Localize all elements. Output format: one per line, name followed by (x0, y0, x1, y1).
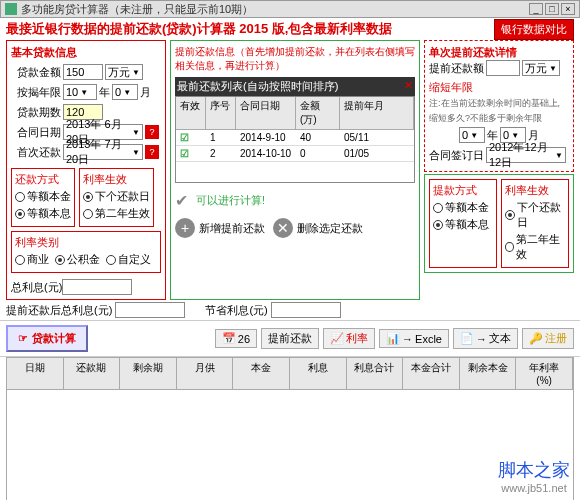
col-ym: 提前年月 (340, 97, 414, 129)
period-num-button[interactable]: 📅26 (215, 329, 257, 348)
watermark-title: 脚本之家 (498, 458, 570, 482)
excel-icon: 📊 (386, 332, 400, 345)
prepay-table: 有效 序号 合同日期 金额(万) 提前年月 ☑ 1 2014-9-10 40 0… (175, 96, 415, 183)
prepay-table-title: 最前还款列表(自动按照时间排序)✕ (175, 77, 415, 96)
commercial-radio[interactable] (15, 255, 25, 265)
prepay-amt-label: 提前还款额 (429, 61, 484, 76)
total-interest-output (62, 279, 132, 295)
after-interest-output (115, 302, 185, 318)
calc-ok-text: 可以进行计算! (196, 193, 265, 208)
table-row[interactable]: ☑ 2 2014-10-10 0 01/05 (176, 146, 414, 162)
prepay-button[interactable]: 提前还款 (261, 328, 319, 349)
result-grid-header: 日期 还款期 剩余期 月供 本金 利息 利息合计 本金合计 剩余本金 年利率(%… (6, 357, 574, 390)
rt-installment-radio[interactable] (433, 220, 443, 230)
key-icon: 🔑 (529, 332, 543, 345)
shorten-label: 缩短年限 (429, 80, 569, 95)
prepay-unit-select[interactable]: 万元 (522, 60, 560, 76)
months-select[interactable]: 0 (112, 84, 138, 100)
save-interest-output (271, 302, 341, 318)
titlebar: 多功能房贷计算器（未注册，只能显示前10期） _ □ × (0, 0, 580, 18)
bank-compare-button[interactable]: 银行数据对比 (494, 19, 574, 40)
rt-rate-group: 利率生效 下个还款日 第二年生效 (501, 179, 569, 268)
gh-period: 还款期 (64, 358, 121, 389)
gh-remain-principal: 剩余本金 (460, 358, 517, 389)
register-button[interactable]: 🔑注册 (522, 328, 574, 349)
next-pay-radio[interactable] (83, 192, 93, 202)
text-icon: 📄 (460, 332, 474, 345)
repay-method-group: 还款方式 等额本金 等额本息 (11, 168, 75, 227)
result-grid-body[interactable] (6, 390, 574, 500)
rt-contract-label: 合同签订日 (429, 148, 484, 163)
table-row[interactable]: ☑ 1 2014-9-10 40 05/11 (176, 130, 414, 146)
rate-category-title: 利率类别 (15, 235, 157, 250)
col-seq: 序号 (206, 97, 236, 129)
first-help-button[interactable]: ? (145, 145, 159, 159)
single-prepay-title: 单次提前还款详情 (429, 45, 569, 60)
shorten-hint2: 缩短多久?不能多于剩余年限 (429, 112, 569, 125)
chart-icon: 📈 (330, 332, 344, 345)
rt-principal-radio[interactable] (433, 203, 443, 213)
minimize-button[interactable]: _ (529, 3, 543, 15)
first-pay-picker[interactable]: 2013年 7月20日 (63, 144, 143, 160)
plus-icon: + (175, 218, 195, 238)
col-valid: 有效 (176, 97, 206, 129)
prepay-hint: 提前还款信息（首先增加提前还款，并在列表右侧填写相关信息，再进行计算） (175, 45, 415, 73)
loan-amount-input[interactable] (63, 64, 103, 80)
x-icon: ✕ (273, 218, 293, 238)
del-prepay-button[interactable]: ✕删除选定还款 (273, 218, 363, 238)
gh-monthly: 月供 (177, 358, 234, 389)
hand-icon: ☞ (18, 332, 28, 345)
periods-label: 贷款期数 (11, 105, 61, 120)
months-unit: 月 (140, 85, 151, 100)
calendar-icon: 📅 (222, 332, 236, 345)
rt-nextpay-radio[interactable] (505, 210, 515, 220)
equal-installment-radio[interactable] (15, 209, 25, 219)
rate-effect-group: 利率生效 下个还款日 第二年生效 (79, 168, 154, 227)
banner: 最接近银行数据的提前还款(贷款)计算器 2015 版,包含最新利率数据 银行数据… (0, 18, 580, 40)
app-icon (5, 3, 17, 15)
text-button[interactable]: 📄→文本 (453, 328, 518, 349)
gh-interest: 利息 (290, 358, 347, 389)
rate-category-group: 利率类别 商业 公积金 自定义 (11, 231, 161, 273)
basic-loan-title: 基本贷款信息 (11, 45, 161, 60)
contract-date-label: 合同日期 (11, 125, 61, 140)
shorten-hint1: 注:在当前还款剩余时间的基础上, (429, 97, 569, 110)
total-interest-label: 总利息(元) (11, 280, 62, 295)
watermark-url: www.jb51.net (498, 482, 570, 494)
excel-button[interactable]: 📊→Excle (379, 329, 449, 348)
gh-date: 日期 (7, 358, 64, 389)
years-label: 按揭年限 (11, 85, 61, 100)
rate-button[interactable]: 📈利率 (323, 328, 375, 349)
equal-principal-radio[interactable] (15, 192, 25, 202)
gh-interest-sum: 利息合计 (347, 358, 404, 389)
col-date: 合同日期 (236, 97, 296, 129)
loan-amount-label: 贷款金额 (11, 65, 61, 80)
shorten-years[interactable]: 0 (459, 127, 485, 143)
first-pay-label: 首次还款 (11, 145, 61, 160)
rt-contract-picker[interactable]: 2012年12月12日 (486, 147, 566, 163)
close-button[interactable]: × (561, 3, 575, 15)
contract-help-button[interactable]: ? (145, 125, 159, 139)
basic-loan-panel: 基本贷款信息 贷款金额 万元 按揭年限 10 年 0 月 贷款期数 合同日期 2… (6, 40, 166, 300)
gh-remain-period: 剩余期 (120, 358, 177, 389)
prepay-amt-input[interactable] (486, 60, 520, 76)
maximize-button[interactable]: □ (545, 3, 559, 15)
next-year-radio[interactable] (83, 209, 93, 219)
col-amt: 金额(万) (296, 97, 340, 129)
rt-nextyear-radio[interactable] (505, 242, 514, 252)
custom-radio[interactable] (106, 255, 116, 265)
years-select[interactable]: 10 (63, 84, 97, 100)
add-prepay-button[interactable]: +新增提前还款 (175, 218, 265, 238)
years-unit: 年 (99, 85, 110, 100)
calculate-button[interactable]: ☞贷款计算 (6, 325, 88, 352)
rate-effect-title: 利率生效 (83, 172, 150, 187)
check-icon: ✔ (175, 191, 188, 210)
banner-text: 最接近银行数据的提前还款(贷款)计算器 2015 版,包含最新利率数据 (6, 20, 494, 38)
gh-rate: 年利率(%) (516, 358, 573, 389)
loan-unit-select[interactable]: 万元 (105, 64, 143, 80)
fund-radio[interactable] (55, 255, 65, 265)
save-interest-label: 节省利息(元) (205, 304, 267, 316)
rt-repay-group: 提款方式 等额本金 等额本息 (429, 179, 497, 268)
prepay-panel: 提前还款信息（首先增加提前还款，并在列表右侧填写相关信息，再进行计算） 最前还款… (170, 40, 420, 300)
toolbar: ☞贷款计算 📅26 提前还款 📈利率 📊→Excle 📄→文本 🔑注册 (0, 320, 580, 357)
